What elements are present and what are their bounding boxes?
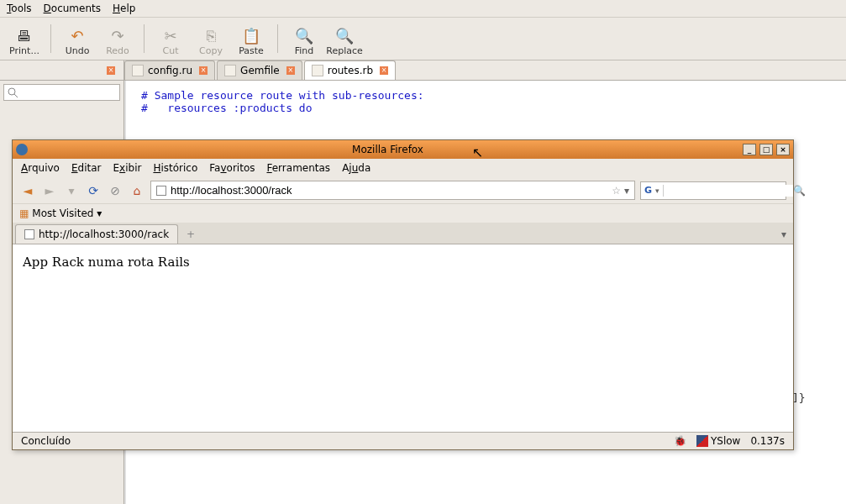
paste-button[interactable]: 📋 Paste	[232, 21, 271, 56]
home-button[interactable]: ⌂	[129, 182, 145, 199]
search-dropdown-icon[interactable]: ▾	[655, 186, 659, 195]
file-icon	[224, 65, 236, 76]
search-input[interactable]	[663, 185, 793, 197]
status-text: Concluído	[21, 435, 664, 447]
copy-icon: ⎘	[207, 29, 216, 44]
browser-tab[interactable]: http://localhost:3000/rack	[15, 224, 178, 244]
page-identity-icon[interactable]	[156, 186, 166, 196]
reload-button[interactable]: ⟳	[85, 182, 102, 199]
menu-ajuda[interactable]: Ajuda	[342, 162, 370, 174]
tabs-dropdown-icon[interactable]: ▾	[781, 228, 786, 240]
url-bar[interactable]: ☆ ▾	[150, 181, 635, 200]
firefox-window: Mozilla Firefox _ □ × Arquivo Editar Exi…	[12, 139, 794, 450]
menu-ferramentas[interactable]: Ferramentas	[266, 162, 330, 174]
menu-exibir[interactable]: Exibir	[113, 162, 142, 174]
page-icon	[24, 229, 34, 239]
nav-dropdown[interactable]: ▾	[63, 182, 80, 199]
sidebar-close-icon[interactable]: ×	[107, 66, 115, 75]
bookmarks-toolbar: ▦ Most Visited ▾	[13, 203, 793, 223]
find-button[interactable]: 🔍 Find	[285, 21, 323, 56]
firefox-menubar: Arquivo Editar Exibir Histórico Favorito…	[13, 159, 793, 177]
maximize-button[interactable]: □	[759, 144, 773, 155]
stop-button: ⊘	[107, 182, 123, 199]
menu-tools[interactable]: Tools	[7, 3, 32, 14]
close-icon[interactable]: ×	[380, 66, 388, 75]
firefox-toolbar: ◄ ► ▾ ⟳ ⊘ ⌂ ☆ ▾ G ▾ 🔍	[13, 177, 793, 203]
firefox-tabs: http://localhost:3000/rack + ▾	[13, 223, 793, 244]
cut-button: ✂ Cut	[151, 21, 190, 56]
file-icon	[132, 65, 144, 76]
search-submit-icon[interactable]: 🔍	[793, 185, 806, 197]
window-title: Mozilla Firefox	[33, 144, 743, 155]
bookmark-star-icon[interactable]: ☆	[612, 185, 621, 197]
menu-documents[interactable]: Documents	[44, 3, 101, 14]
page-text: App Rack numa rota Rails	[23, 255, 190, 270]
redo-icon: ↷	[111, 29, 123, 44]
file-icon	[312, 65, 323, 76]
editor-menubar: Tools Documents Help	[0, 0, 846, 18]
print-icon: 🖶	[17, 29, 32, 44]
cut-icon: ✂	[164, 29, 176, 44]
firefox-icon	[16, 144, 28, 155]
url-dropdown-icon[interactable]: ▾	[624, 185, 629, 197]
forward-button: ►	[41, 182, 58, 199]
yslow-button[interactable]: YSlow	[696, 435, 740, 448]
redo-button: ↷ Redo	[98, 21, 137, 56]
replace-icon: 🔍	[335, 29, 354, 44]
undo-button[interactable]: ↶ Undo	[58, 21, 97, 56]
paste-icon: 📋	[242, 29, 260, 44]
page-content: App Rack numa rota Rails	[13, 244, 793, 432]
load-time: 0.137s	[750, 435, 785, 447]
file-tabs: config.ru × Gemfile × routes.rb ×	[124, 60, 846, 81]
firefox-titlebar[interactable]: Mozilla Firefox _ □ ×	[13, 140, 793, 159]
firebug-icon[interactable]: 🐞	[674, 435, 686, 447]
find-icon: 🔍	[295, 29, 313, 44]
most-visited-button[interactable]: Most Visited ▾	[32, 207, 102, 219]
close-icon[interactable]: ×	[286, 66, 295, 75]
menu-help[interactable]: Help	[113, 3, 135, 14]
menu-editar[interactable]: Editar	[71, 162, 102, 174]
undo-icon: ↶	[71, 29, 83, 44]
editor-toolbar: 🖶 Print... ↶ Undo ↷ Redo ✂ Cut ⎘ Copy 📋 …	[0, 18, 846, 60]
menu-favoritos[interactable]: Favoritos	[209, 162, 255, 174]
most-visited-icon: ▦	[19, 207, 29, 219]
minimize-button[interactable]: _	[743, 144, 756, 155]
menu-historico[interactable]: Histórico	[153, 162, 197, 174]
search-bar[interactable]: G ▾ 🔍	[640, 181, 786, 200]
sidebar-search-input[interactable]	[3, 84, 120, 101]
menu-arquivo[interactable]: Arquivo	[21, 162, 60, 174]
new-tab-button[interactable]: +	[178, 225, 203, 244]
copy-button: ⎘ Copy	[192, 21, 230, 56]
replace-button[interactable]: 🔍 Replace	[325, 21, 364, 56]
google-icon[interactable]: G	[644, 185, 652, 196]
tab-config[interactable]: config.ru ×	[124, 60, 215, 80]
back-button[interactable]: ◄	[19, 182, 36, 199]
close-icon[interactable]: ×	[199, 66, 208, 75]
print-button[interactable]: 🖶 Print...	[5, 21, 44, 56]
url-input[interactable]	[171, 184, 608, 197]
tab-routes[interactable]: routes.rb ×	[304, 60, 396, 80]
firefox-statusbar: Concluído 🐞 YSlow 0.137s	[13, 432, 793, 450]
close-button[interactable]: ×	[776, 144, 790, 155]
tab-gemfile[interactable]: Gemfile ×	[217, 60, 302, 80]
